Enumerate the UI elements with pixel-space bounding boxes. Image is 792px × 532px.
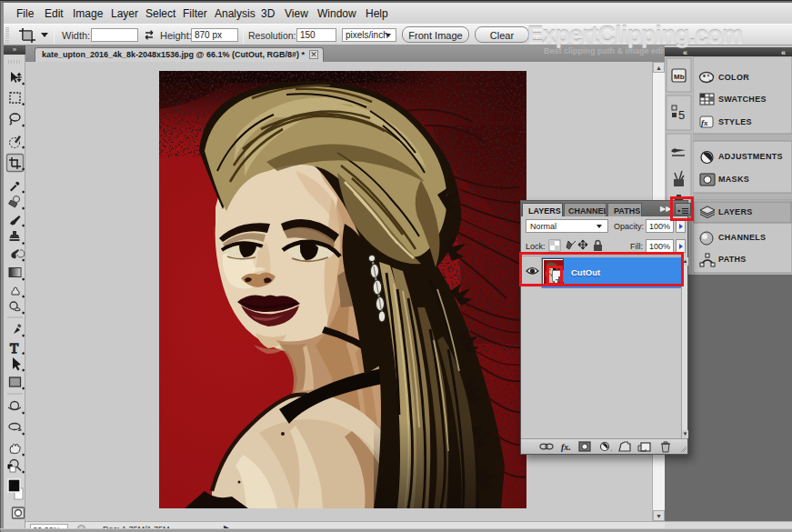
svg-text:5: 5 — [678, 108, 685, 122]
svg-text:PATHS: PATHS — [718, 255, 747, 264]
svg-text:CHANNELS: CHANNELS — [718, 233, 766, 242]
svg-text:.: . — [610, 445, 612, 453]
svg-text:fx.: fx. — [561, 442, 571, 452]
svg-text:STYLES: STYLES — [718, 117, 752, 126]
svg-text:T: T — [10, 341, 18, 356]
svg-text:ADJUSTMENTS: ADJUSTMENTS — [718, 152, 783, 161]
svg-text:fx: fx — [701, 118, 708, 127]
svg-text:COLOR: COLOR — [718, 73, 749, 82]
svg-text:Mb: Mb — [674, 73, 685, 81]
svg-text:SWATCHES: SWATCHES — [718, 95, 767, 104]
svg-text:MASKS: MASKS — [718, 175, 749, 184]
svg-text:LAYERS: LAYERS — [718, 207, 752, 216]
